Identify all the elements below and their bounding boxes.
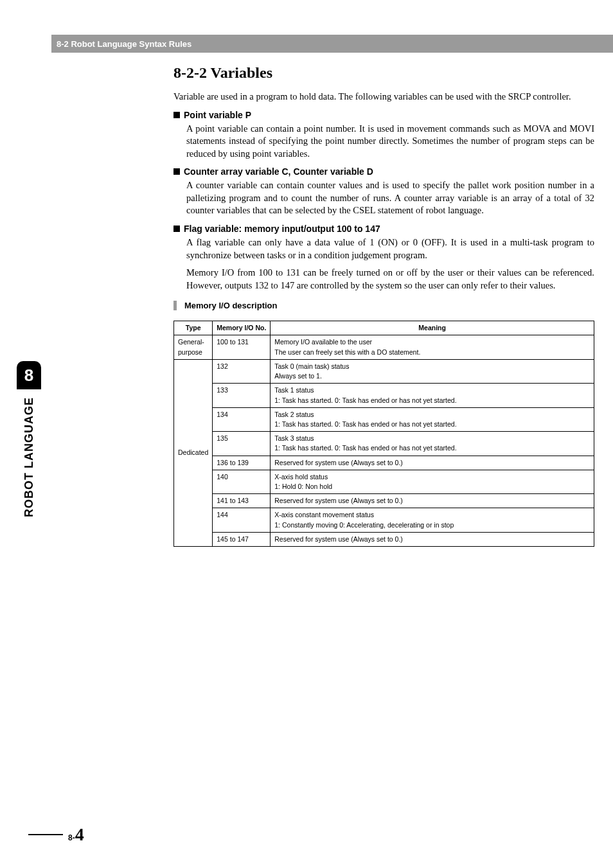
body-counter-variable: A counter variable can contain counter v… — [186, 179, 594, 217]
td-mem: 100 to 131 — [213, 335, 271, 359]
td-mem: 140 — [213, 470, 271, 493]
section-intro: Variable are used in a program to hold d… — [173, 91, 594, 103]
td-mem: 145 to 147 — [213, 532, 271, 546]
td-meaning: X-axis constant movement status 1: Const… — [271, 508, 594, 532]
td-mem: 132 — [213, 359, 271, 383]
table-row: 134 Task 2 status 1: Task has started. 0… — [174, 407, 594, 431]
td-meaning: Reserved for system use (Always set to 0… — [271, 456, 594, 470]
bullet-square-icon — [173, 168, 180, 175]
td-meaning: X-axis hold status 1: Hold 0: Non hold — [271, 470, 594, 493]
table-row: 144 X-axis constant movement status 1: C… — [174, 508, 594, 532]
table-header-row: Type Memory I/O No. Meaning — [174, 321, 594, 335]
page-number: 4 — [75, 824, 84, 845]
th-meaning: Meaning — [271, 321, 594, 335]
td-mem: 133 — [213, 384, 271, 407]
td-mem: 141 to 143 — [213, 494, 271, 508]
memory-description-title: Memory I/O description — [184, 301, 594, 310]
td-mem: 144 — [213, 508, 271, 532]
body-point-variable: A point variable can contain a point num… — [186, 123, 594, 161]
td-meaning: Task 0 (main task) status Always set to … — [271, 359, 594, 383]
table-row: 140 X-axis hold status 1: Hold 0: Non ho… — [174, 470, 594, 493]
table-row: 145 to 147 Reserved for system use (Alwa… — [174, 532, 594, 546]
subheading-counter-variable: Counter array variable C, Counter variab… — [173, 166, 594, 177]
footer-rule — [28, 834, 63, 835]
main-content: 8-2-2 Variables Variable are used in a p… — [173, 64, 594, 547]
memory-io-table: Type Memory I/O No. Meaning General-purp… — [173, 321, 594, 547]
table-row: General-purpose 100 to 131 Memory I/O av… — [174, 335, 594, 359]
td-meaning: Task 1 status 1: Task has started. 0: Ta… — [271, 384, 594, 407]
td-meaning: Reserved for system use (Always set to 0… — [271, 494, 594, 508]
bullet-square-icon — [173, 226, 180, 232]
td-mem: 135 — [213, 432, 271, 456]
table-row: 133 Task 1 status 1: Task has started. 0… — [174, 384, 594, 407]
memory-description-heading-wrap: Memory I/O description — [173, 301, 594, 310]
section-title: 8-2-2 Variables — [173, 64, 594, 82]
page-footer: 8-4 — [28, 824, 84, 845]
page-header-bar: 8-2 Robot Language Syntax Rules — [51, 35, 613, 53]
th-type: Type — [174, 321, 213, 335]
table-row: Dedicated 132 Task 0 (main task) status … — [174, 359, 594, 383]
body-flag-variable-p1: A flag variable can only have a data val… — [186, 236, 594, 261]
table-row: 135 Task 3 status 1: Task has started. 0… — [174, 432, 594, 456]
td-type-general: General-purpose — [174, 335, 213, 359]
table-row: 141 to 143 Reserved for system use (Alwa… — [174, 494, 594, 508]
td-meaning: Task 3 status 1: Task has started. 0: Ta… — [271, 432, 594, 456]
chapter-number: 8 — [24, 366, 33, 385]
td-type-dedicated: Dedicated — [174, 359, 213, 546]
header-title: 8-2 Robot Language Syntax Rules — [57, 39, 191, 49]
subheading-flag-variable-text: Flag variable: memory input/output 100 t… — [184, 224, 380, 234]
page-number-prefix: 8- — [68, 833, 75, 842]
subheading-point-variable-text: Point variable P — [184, 110, 251, 120]
td-meaning: Reserved for system use (Always set to 0… — [271, 532, 594, 546]
th-memory-no: Memory I/O No. — [213, 321, 271, 335]
td-meaning: Task 2 status 1: Task has started. 0: Ta… — [271, 407, 594, 431]
body-flag-variable-p2: Memory I/O from 100 to 131 can be freely… — [186, 267, 594, 292]
td-mem: 136 to 139 — [213, 456, 271, 470]
table-row: 136 to 139 Reserved for system use (Alwa… — [174, 456, 594, 470]
subheading-point-variable: Point variable P — [173, 110, 594, 120]
subheading-flag-variable: Flag variable: memory input/output 100 t… — [173, 224, 594, 234]
bullet-square-icon — [173, 112, 180, 118]
td-mem: 134 — [213, 407, 271, 431]
side-tab: 8 ROBOT LANGUAGE — [13, 361, 45, 517]
chapter-badge: 8 — [17, 361, 41, 389]
td-meaning: Memory I/O available to the user The use… — [271, 335, 594, 359]
chapter-label: ROBOT LANGUAGE — [22, 397, 36, 517]
subheading-counter-variable-text: Counter array variable C, Counter variab… — [184, 166, 373, 177]
